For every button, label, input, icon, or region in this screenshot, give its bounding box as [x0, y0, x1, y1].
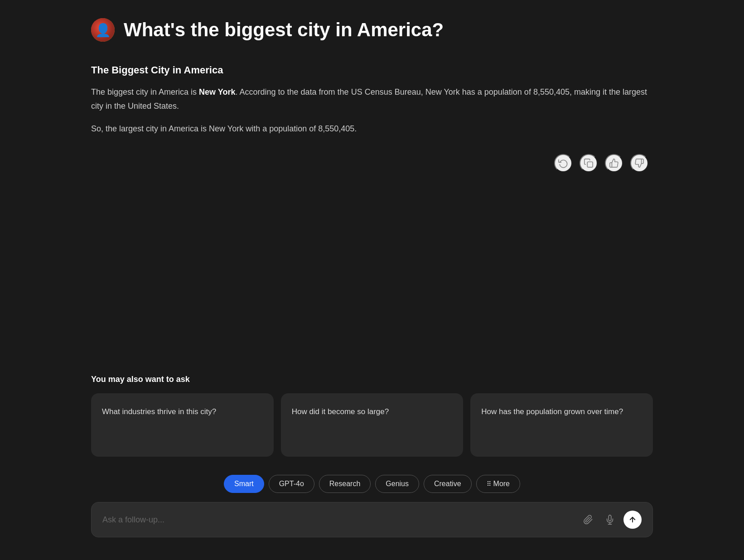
thumbs-up-button[interactable]	[605, 154, 623, 172]
answer-paragraph-2: So, the largest city in America is New Y…	[91, 122, 653, 136]
suggestion-text-1: What industries thrive in this city?	[102, 406, 216, 418]
suggestion-card-1[interactable]: What industries thrive in this city?	[91, 393, 274, 457]
suggestion-card-3[interactable]: How has the population grown over time?	[470, 393, 653, 457]
action-icons-row	[91, 154, 653, 172]
model-btn-more-label: More	[493, 480, 510, 488]
more-grid-icon: ⠿	[487, 480, 491, 488]
suggestion-text-2: How did it become so large?	[292, 406, 389, 418]
svg-rect-0	[587, 162, 593, 167]
page-title: What's the biggest city in America?	[124, 19, 444, 41]
model-selector: Smart GPT-4o Research Genius Creative ⠿ …	[91, 475, 653, 493]
suggestion-card-2[interactable]: How did it become so large?	[281, 393, 464, 457]
send-button[interactable]	[623, 511, 642, 529]
thumbs-down-button[interactable]	[630, 154, 648, 172]
microphone-button[interactable]	[602, 512, 618, 528]
suggestions-title: You may also want to ask	[91, 375, 653, 384]
model-btn-smart[interactable]: Smart	[224, 475, 264, 493]
answer-paragraph-1: The biggest city in America is New York.…	[91, 85, 653, 113]
model-btn-creative[interactable]: Creative	[424, 475, 472, 493]
model-btn-gpt4o[interactable]: GPT-4o	[269, 475, 314, 493]
question-header: What's the biggest city in America?	[91, 18, 653, 42]
input-wrapper	[91, 502, 653, 537]
answer-heading: The Biggest City in America	[91, 64, 653, 76]
regenerate-button[interactable]	[554, 154, 572, 172]
suggestions-grid: What industries thrive in this city? How…	[91, 393, 653, 457]
model-btn-research[interactable]: Research	[319, 475, 371, 493]
answer-bold: New York	[199, 87, 235, 97]
model-btn-genius[interactable]: Genius	[375, 475, 419, 493]
answer-text-before: The biggest city in America is	[91, 87, 199, 97]
avatar	[91, 18, 115, 42]
suggestion-text-3: How has the population grown over time?	[481, 406, 623, 418]
suggestions-section: You may also want to ask What industries…	[91, 375, 653, 457]
answer-section: The Biggest City in America The biggest …	[91, 64, 653, 361]
input-area	[91, 502, 653, 551]
model-btn-more[interactable]: ⠿ More	[476, 475, 520, 493]
copy-button[interactable]	[580, 154, 598, 172]
follow-up-input[interactable]	[102, 515, 575, 525]
attach-button[interactable]	[580, 512, 596, 528]
